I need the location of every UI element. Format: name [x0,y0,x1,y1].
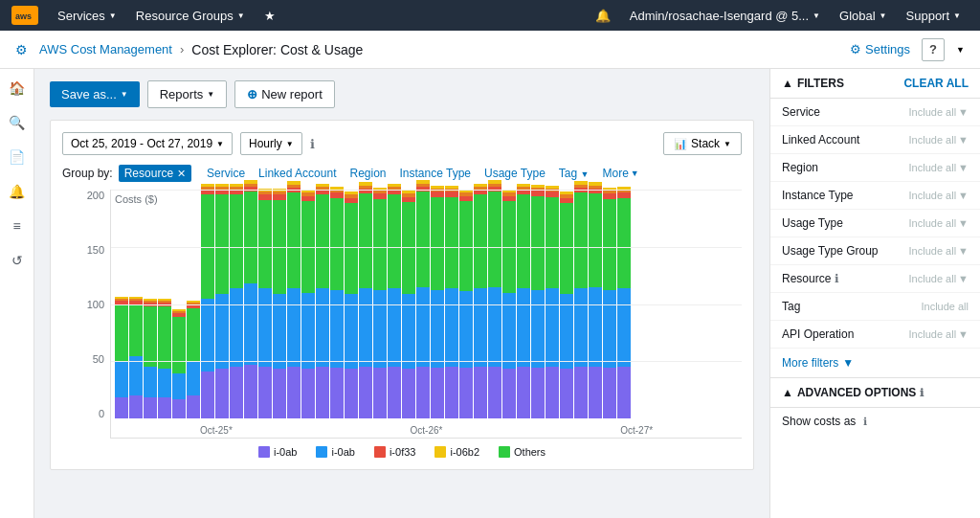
filter-service-value[interactable]: Include all ▼ [909,106,969,118]
granularity-info-icon[interactable]: ℹ [310,137,315,151]
group-by-service[interactable]: Service [203,165,249,182]
bar-segment-green [359,193,372,288]
filter-instance-type-label: Instance Type [782,189,854,202]
filter-instance-type-value[interactable]: Include all ▼ [909,190,969,201]
bar-group [258,189,272,418]
filter-usage-type-group-value[interactable]: Include all ▼ [909,245,969,257]
clear-all-button[interactable]: CLEAR ALL [903,77,969,90]
bar-segment-blue [158,369,171,397]
resource-info-icon[interactable]: ℹ [835,272,839,285]
bar-group [617,187,631,418]
bar-segment-purple [172,399,186,418]
remove-resource-tag[interactable]: ✕ [177,168,186,180]
bar-segment-purple [416,367,430,418]
breadcrumb-parent[interactable]: AWS Cost Management [39,42,172,56]
bar-group [201,183,214,418]
group-by-resource-tag[interactable]: Resource ✕ [119,165,191,182]
stack-button[interactable]: 📊 Stack ▼ [663,132,742,155]
bar-segment-purple [158,397,171,418]
bar-segment-blue [215,294,229,369]
filter-service-label: Service [782,105,820,119]
bar-segment-green [301,201,315,293]
bar-segment-purple [345,369,358,418]
sidebar-icon-bell[interactable]: 🔔 [6,180,29,203]
filter-service-chevron: ▼ [958,106,969,118]
legend-color-green [499,446,510,458]
nav-favorites[interactable]: ★ [256,5,283,27]
bar-group [546,186,559,418]
bar-segment-green [531,196,545,291]
bar-group [244,180,257,418]
bar-segment-blue [474,288,487,366]
nav-resource-groups[interactable]: Resource Groups ▼ [128,5,253,27]
help-button[interactable]: ? [922,38,945,61]
group-by-linked-account[interactable]: Linked Account [255,165,340,182]
advanced-info-icon[interactable]: ℹ [920,387,924,399]
legend-item-blue: i-0ab [316,446,354,458]
nav-support[interactable]: Support ▼ [899,5,969,27]
filter-resource-value[interactable]: Include all ▼ [909,273,969,284]
sidebar-icon-list[interactable]: ≡ [6,214,29,237]
top-nav: aws Services ▼ Resource Groups ▼ ★ 🔔 Adm… [0,0,980,31]
nav-region[interactable]: Global ▼ [832,5,895,27]
filter-api-operation-chevron: ▼ [958,328,969,340]
sidebar-icon-refresh[interactable]: ↺ [6,249,29,272]
bar-segment-green [402,202,415,294]
filter-usage-type-value[interactable]: Include all ▼ [909,217,969,229]
bar-segment-green [617,198,631,289]
bar-group [560,191,573,418]
sidebar-icon-document[interactable]: 📄 [6,146,29,169]
bar-segment-blue [301,293,315,369]
bar-group [502,190,516,418]
chart-body: Costs ($) Oct-25*Oct-26*Oct-27* [110,190,742,439]
triangle-up-icon: ▲ [782,77,793,90]
content-area: Save as... ▼ Reports ▼ ⊕ New report Oct … [34,69,769,518]
bar-segment-blue [488,287,501,367]
filter-tag-value[interactable]: Include all [921,301,969,312]
filter-service: Service Include all ▼ [770,99,980,126]
nav-account[interactable]: Admin/rosachae-Isengard @ 5... ▼ [622,5,828,27]
bar-segment-green [187,308,200,362]
legend-item-green: Others [499,446,546,458]
bar-segment-purple [287,367,301,418]
main-layout: 🏠 🔍 📄 🔔 ≡ ↺ Save as... ▼ Reports ▼ ⊕ New… [0,69,980,518]
bar-segment-purple [129,395,143,418]
filter-region-value[interactable]: Include all ▼ [909,162,969,173]
filter-resource: Resource ℹ Include all ▼ [770,265,980,293]
bar-segment-green [388,194,401,288]
bar-group [215,183,229,418]
filter-linked-account-value[interactable]: Include all ▼ [909,134,969,146]
granularity-select[interactable]: Hourly ▼ [240,132,302,155]
bar-segment-blue [531,290,545,367]
nav-services[interactable]: Services ▼ [50,5,124,27]
bar-segment-purple [301,369,315,418]
bar-group [330,187,344,418]
new-report-button[interactable]: ⊕ New report [234,80,335,108]
more-filters-button[interactable]: More filters ▼ [770,349,980,378]
date-range-picker[interactable]: Oct 25, 2019 - Oct 27, 2019 ▼ [62,132,233,155]
nav-bell[interactable]: 🔔 [588,5,618,27]
legend-item-purple: i-0ab [258,446,297,458]
bar-group [158,299,171,418]
bar-segment-green [589,193,602,287]
bar-group [345,191,358,418]
bar-segment-purple [517,367,530,418]
legend-color-blue [316,446,327,458]
sidebar-icon-home[interactable]: 🏠 [6,77,29,100]
bar-group [301,190,315,418]
advanced-triangle-icon: ▲ [782,386,793,399]
group-by-more[interactable]: More ▼ [602,167,638,180]
save-as-button[interactable]: Save as... ▼ [50,81,140,107]
settings-button[interactable]: ⚙ Settings [850,42,910,56]
group-by-tag[interactable]: Tag ▼ [555,165,593,182]
bar-group [589,182,602,418]
bar-group [531,185,545,418]
show-costs-info-icon[interactable]: ℹ [863,416,867,428]
filter-api-operation-value[interactable]: Include all ▼ [909,328,969,340]
group-by-region[interactable]: Region [345,165,390,182]
bar-segment-green [316,194,329,288]
group-by-instance-type[interactable]: Instance Type [396,165,476,182]
bar-segment-purple [589,367,602,418]
sidebar-icon-search[interactable]: 🔍 [6,111,29,134]
reports-button[interactable]: Reports ▼ [147,80,227,108]
